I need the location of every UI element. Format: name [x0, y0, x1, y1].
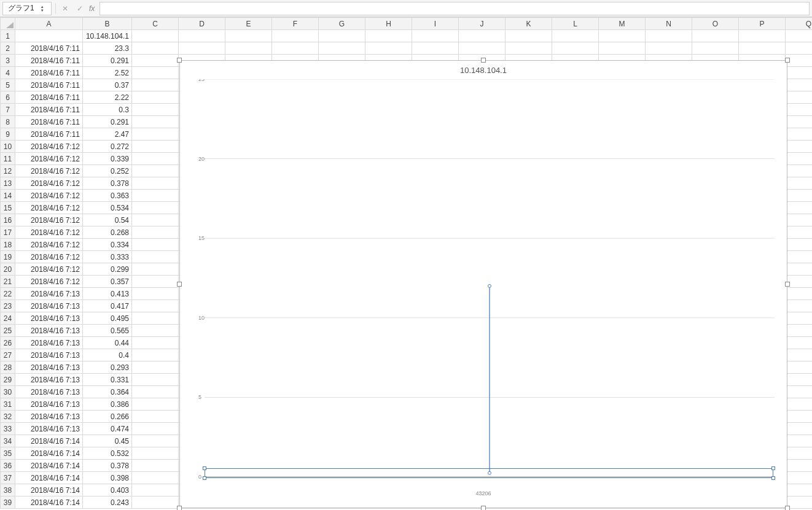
row-header[interactable]: 11	[1, 153, 15, 165]
cell[interactable]	[506, 42, 552, 55]
col-header[interactable]: J	[459, 18, 506, 30]
cell[interactable]	[739, 42, 786, 55]
cell[interactable]	[225, 30, 272, 42]
cell[interactable]	[132, 484, 179, 496]
cell[interactable]: 2018/4/16 7:13	[15, 288, 83, 300]
cell[interactable]	[786, 263, 813, 276]
cell[interactable]	[599, 42, 646, 55]
plot-area[interactable]: 0510152025	[198, 79, 775, 483]
row-header[interactable]: 10	[1, 141, 15, 153]
cell[interactable]: 0.534	[83, 202, 132, 214]
cell[interactable]: 2018/4/16 7:13	[15, 337, 83, 349]
cell[interactable]	[599, 30, 646, 42]
cell[interactable]	[132, 177, 179, 190]
cell[interactable]: 2018/4/16 7:11	[15, 55, 83, 67]
cell[interactable]	[786, 300, 813, 312]
cell[interactable]	[786, 91, 813, 104]
cell[interactable]	[552, 42, 599, 55]
cell[interactable]: 2018/4/16 7:12	[15, 177, 83, 190]
cancel-formula-button[interactable]: ✕	[60, 3, 71, 14]
select-all-corner[interactable]	[1, 18, 15, 30]
cell[interactable]: 0.413	[83, 288, 132, 300]
col-header[interactable]: P	[739, 18, 786, 30]
cell[interactable]: 2018/4/16 7:13	[15, 325, 83, 337]
cell[interactable]: 0.291	[83, 55, 132, 67]
cell[interactable]: 2018/4/16 7:12	[15, 153, 83, 165]
row-header[interactable]: 31	[1, 398, 15, 411]
cell[interactable]	[786, 411, 813, 423]
row-header[interactable]: 8	[1, 116, 15, 128]
cell[interactable]	[646, 42, 692, 55]
cell[interactable]	[132, 202, 179, 214]
cell[interactable]: 0.378	[83, 460, 132, 472]
accept-formula-button[interactable]: ✓	[74, 3, 85, 14]
cell[interactable]: 10.148.104.1	[83, 30, 132, 42]
row-header[interactable]: 27	[1, 349, 15, 361]
cell[interactable]	[786, 42, 813, 55]
cell[interactable]: 2018/4/16 7:11	[15, 67, 83, 79]
cell[interactable]	[132, 153, 179, 165]
cell[interactable]	[786, 116, 813, 128]
cell[interactable]	[132, 496, 179, 509]
cell[interactable]	[132, 398, 179, 411]
col-header[interactable]: N	[646, 18, 692, 30]
cell[interactable]: 2018/4/16 7:11	[15, 91, 83, 104]
cell[interactable]	[132, 190, 179, 202]
cell[interactable]: 0.565	[83, 325, 132, 337]
col-header[interactable]: C	[132, 18, 179, 30]
resize-handle[interactable]	[481, 506, 486, 510]
cell[interactable]: 2018/4/16 7:13	[15, 312, 83, 325]
resize-handle[interactable]	[785, 282, 790, 287]
cell[interactable]: 0.268	[83, 226, 132, 239]
cell[interactable]: 0.357	[83, 276, 132, 288]
row-header[interactable]: 32	[1, 411, 15, 423]
cell[interactable]	[692, 42, 739, 55]
chart-title[interactable]: 10.148.104.1	[180, 66, 787, 75]
row-header[interactable]: 26	[1, 337, 15, 349]
cell[interactable]: 2.22	[83, 91, 132, 104]
row-header[interactable]: 29	[1, 374, 15, 386]
cell[interactable]	[225, 42, 272, 55]
cell[interactable]	[272, 42, 319, 55]
cell[interactable]	[786, 484, 813, 496]
row-header[interactable]: 23	[1, 300, 15, 312]
cell[interactable]	[786, 349, 813, 361]
cell[interactable]	[132, 55, 179, 67]
row-header[interactable]: 16	[1, 214, 15, 226]
cell[interactable]	[132, 116, 179, 128]
cell[interactable]: 2018/4/16 7:13	[15, 398, 83, 411]
resize-handle[interactable]	[177, 58, 182, 63]
row-header[interactable]: 36	[1, 460, 15, 472]
name-box-stepper[interactable]: ▲ ▼	[41, 5, 44, 12]
cell[interactable]: 2018/4/16 7:12	[15, 190, 83, 202]
resize-handle[interactable]	[177, 506, 182, 510]
cell[interactable]	[132, 214, 179, 226]
cell[interactable]	[786, 141, 813, 153]
row-header[interactable]: 5	[1, 79, 15, 91]
cell[interactable]	[786, 337, 813, 349]
row-header[interactable]: 25	[1, 325, 15, 337]
cell[interactable]	[132, 312, 179, 325]
cell[interactable]: 0.331	[83, 374, 132, 386]
cell[interactable]	[786, 79, 813, 91]
row-header[interactable]: 21	[1, 276, 15, 288]
cell[interactable]: 2018/4/16 7:13	[15, 349, 83, 361]
cell[interactable]	[132, 411, 179, 423]
cell[interactable]	[132, 79, 179, 91]
cell[interactable]	[132, 251, 179, 263]
row-header[interactable]: 15	[1, 202, 15, 214]
chart-object[interactable]: 10.148.104.1 0510152025 43206	[179, 60, 787, 508]
cell[interactable]	[412, 42, 459, 55]
resize-handle[interactable]	[785, 506, 790, 510]
cell[interactable]: 2018/4/16 7:13	[15, 411, 83, 423]
cell[interactable]: 2018/4/16 7:12	[15, 165, 83, 177]
cell[interactable]	[132, 361, 179, 374]
cell[interactable]	[646, 30, 692, 42]
row-header[interactable]: 18	[1, 239, 15, 251]
col-header[interactable]: E	[225, 18, 272, 30]
cell[interactable]: 2018/4/16 7:12	[15, 276, 83, 288]
cell[interactable]	[786, 202, 813, 214]
cell[interactable]	[786, 226, 813, 239]
cell[interactable]	[786, 325, 813, 337]
cell[interactable]: 2018/4/16 7:12	[15, 141, 83, 153]
